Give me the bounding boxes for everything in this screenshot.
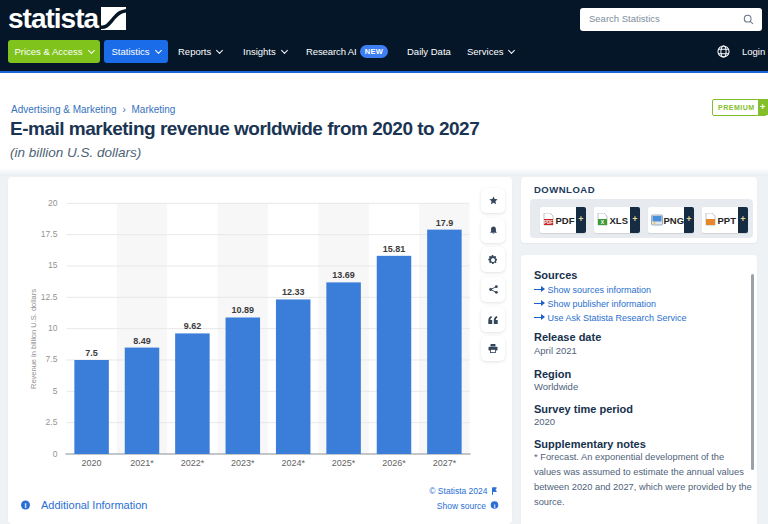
svg-text:10: 10 (48, 323, 58, 333)
svg-text:15: 15 (48, 260, 58, 270)
svg-text:7.5: 7.5 (46, 354, 58, 364)
svg-text:2023*: 2023* (231, 458, 255, 468)
svg-text:i: i (25, 502, 27, 509)
svg-text:12.5: 12.5 (41, 292, 58, 302)
svg-text:2025*: 2025* (332, 458, 356, 468)
svg-text:8.49: 8.49 (133, 336, 151, 346)
svg-text:2026*: 2026* (382, 458, 406, 468)
svg-text:2.5: 2.5 (46, 417, 58, 427)
svg-text:2020: 2020 (82, 458, 102, 468)
svg-text:2027*: 2027* (433, 458, 457, 468)
svg-text:13.69: 13.69 (332, 270, 355, 280)
svg-text:2024*: 2024* (281, 458, 305, 468)
svg-text:20: 20 (48, 198, 58, 208)
svg-text:15.81: 15.81 (383, 244, 406, 254)
svg-text:7.5: 7.5 (85, 348, 98, 358)
svg-text:12.33: 12.33 (282, 287, 305, 297)
svg-text:5: 5 (53, 386, 58, 396)
svg-text:2021*: 2021* (130, 458, 154, 468)
svg-text:Additional Information: Additional Information (41, 499, 147, 511)
svg-text:17.9: 17.9 (436, 218, 454, 228)
svg-text:PDF: PDF (544, 220, 553, 225)
svg-text:Show source: Show source (437, 501, 486, 511)
svg-text:2022*: 2022* (181, 458, 205, 468)
svg-text:9.62: 9.62 (184, 321, 202, 331)
svg-text:10.89: 10.89 (232, 305, 255, 315)
svg-text:17.5: 17.5 (41, 229, 58, 239)
svg-text:© Statista 2024: © Statista 2024 (429, 486, 488, 496)
svg-text:Revenue in billion U.S. dollar: Revenue in billion U.S. dollars (29, 289, 38, 389)
svg-text:0: 0 (53, 449, 58, 459)
